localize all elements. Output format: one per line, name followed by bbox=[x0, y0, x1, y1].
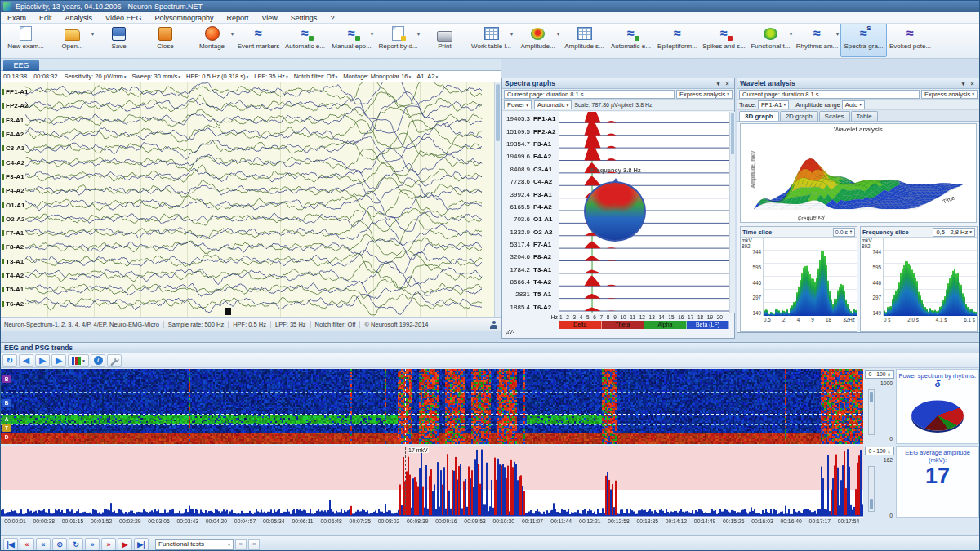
menu-item[interactable]: Analysis bbox=[59, 12, 100, 24]
legend-item[interactable]: Theta bbox=[602, 321, 644, 329]
playback-button[interactable]: » bbox=[101, 538, 116, 551]
menu-item[interactable]: View bbox=[255, 12, 283, 24]
eeg-info-item[interactable]: LPF: 35 Hz▾ bbox=[254, 73, 287, 80]
amplitude-range-dropdown[interactable]: Auto bbox=[842, 100, 865, 109]
eeg-info-item[interactable]: 00:08:32 bbox=[33, 73, 58, 80]
close-icon[interactable]: × bbox=[723, 79, 732, 87]
band-label[interactable]: A bbox=[2, 415, 11, 423]
toolbar-button[interactable]: Montage ▾ bbox=[189, 24, 235, 57]
playback-button[interactable]: « bbox=[36, 538, 51, 551]
eeg-info-item[interactable]: Montage: Monopolar 16▾ bbox=[343, 73, 411, 80]
eeg-channel-label[interactable]: F3-A1 bbox=[2, 113, 29, 127]
eeg-trace-area[interactable]: FP1-A1FP2-A2F3-A1F4-A2C3-A1C4-A2P3-A1P4-… bbox=[1, 82, 501, 317]
legend-item[interactable]: Alpha bbox=[644, 321, 687, 329]
toolbar-button[interactable]: Manual epo... ▾ bbox=[328, 24, 375, 57]
dock-button[interactable]: « bbox=[248, 539, 260, 550]
band-label[interactable]: B bbox=[2, 375, 11, 383]
panel-menu-button[interactable]: ▾ bbox=[959, 79, 968, 87]
toolbar-button[interactable]: Amplitude... ▾ bbox=[514, 24, 561, 57]
playback-button[interactable]: ▶| bbox=[134, 538, 149, 551]
playback-button[interactable]: » bbox=[85, 538, 100, 551]
toolbar-button[interactable]: Functional t... ▾ bbox=[747, 24, 794, 57]
spectra-row[interactable]: 15109.5 FP2-A2 bbox=[502, 124, 729, 136]
express-analysis-dropdown[interactable]: Express analysis bbox=[676, 90, 733, 99]
wavelet-tab[interactable]: 2D graph bbox=[780, 111, 818, 121]
toolbar-button[interactable]: Spikes and s... bbox=[701, 24, 747, 57]
toolbar-button[interactable]: Rhythms am... ▾ bbox=[794, 24, 840, 57]
scrollbar-thumb[interactable] bbox=[496, 84, 500, 141]
toolbar-button[interactable]: New exam... bbox=[2, 24, 49, 57]
eeg-channel-label[interactable]: C4-A2 bbox=[2, 155, 29, 169]
automatic-dropdown[interactable]: Automatic bbox=[534, 100, 572, 109]
brain-topography-map[interactable] bbox=[584, 181, 646, 242]
eeg-channel-label[interactable]: FP1-A1 bbox=[2, 85, 29, 99]
toolbar-button[interactable]: Open... ▾ bbox=[49, 24, 96, 57]
eeg-channel-label[interactable]: P4-A2 bbox=[2, 184, 29, 198]
eeg-scrollbar[interactable] bbox=[494, 82, 501, 317]
wavelet-tab[interactable]: 3D graph bbox=[739, 111, 779, 121]
spectra-row[interactable]: 19499.6 F4-A2 bbox=[502, 149, 729, 162]
eeg-channel-label[interactable]: O2-A2 bbox=[2, 212, 29, 226]
eeg-info-item[interactable]: Sensitivity: 20 µV/mm▾ bbox=[64, 73, 126, 80]
eeg-channel-label[interactable]: F8-A2 bbox=[2, 240, 29, 254]
dock-button[interactable]: » bbox=[235, 539, 247, 550]
toolbar-button[interactable]: Amplitude s... bbox=[561, 24, 608, 57]
eeg-channel-label[interactable]: F7-A1 bbox=[2, 226, 29, 240]
eeg-channel-label[interactable]: FP2-A2 bbox=[2, 99, 29, 113]
toolbar-button[interactable]: Close bbox=[142, 24, 189, 57]
spectro-scale-slider[interactable] bbox=[868, 389, 875, 435]
rhythm-symbol[interactable]: δ bbox=[897, 380, 978, 388]
toolbar-button[interactable]: Spectra gra... bbox=[840, 24, 887, 57]
eeg-info-item[interactable]: A1, A2▾ bbox=[416, 73, 438, 80]
playback-button[interactable]: ▶ bbox=[118, 538, 132, 551]
amplitude-trend-canvas[interactable] bbox=[1, 446, 863, 518]
menu-item[interactable]: ? bbox=[323, 12, 341, 24]
rhythm-spectrogram-canvas[interactable] bbox=[1, 369, 863, 444]
panel-menu-button[interactable]: ▾ bbox=[714, 79, 723, 87]
wavelet-tab[interactable]: Table bbox=[851, 111, 878, 121]
toolbar-button[interactable]: Evoked pote... bbox=[887, 24, 933, 57]
toolbar-button[interactable]: Automatic e... bbox=[608, 24, 654, 57]
spectra-row[interactable]: 8566.4 T4-A2 bbox=[502, 275, 729, 287]
frequency-slice-dropdown[interactable]: 0,5 - 2,8 Hz bbox=[933, 228, 975, 237]
eeg-channel-label[interactable]: F4-A2 bbox=[2, 127, 29, 141]
eeg-info-item[interactable]: 00:18:38 bbox=[3, 73, 28, 80]
playback-button[interactable]: « bbox=[20, 538, 34, 551]
amp-scale-slider[interactable] bbox=[868, 466, 875, 512]
eeg-channel-label[interactable]: T5-A1 bbox=[2, 282, 29, 296]
band-label[interactable]: D bbox=[2, 433, 11, 441]
eeg-channel-label[interactable]: T3-A1 bbox=[2, 255, 29, 269]
menu-item[interactable]: Edit bbox=[33, 12, 59, 24]
spectra-row[interactable]: 3204.6 F8-A2 bbox=[502, 250, 729, 262]
amp-range-spinner[interactable]: 0 - 100▲▼ bbox=[865, 447, 894, 455]
trends-toolbar-button[interactable]: ▶ bbox=[51, 354, 66, 367]
spectro-range-spinner[interactable]: 0 - 100▲▼ bbox=[865, 370, 894, 379]
wavelet-tab[interactable]: Scales bbox=[819, 111, 850, 121]
settings-wrench-button[interactable] bbox=[107, 354, 122, 367]
frequency-slice-canvas[interactable] bbox=[883, 238, 977, 316]
power-dropdown[interactable]: Power bbox=[504, 100, 532, 109]
legend-item[interactable]: Beta (LF) bbox=[687, 321, 729, 329]
toolbar-button[interactable]: Epileptiform... bbox=[654, 24, 701, 57]
toolbar-button[interactable]: Event markers bbox=[235, 24, 282, 57]
playback-button[interactable]: ⊙ bbox=[52, 538, 67, 551]
spectra-row[interactable]: 19354.7 F3-A1 bbox=[502, 137, 729, 149]
tab-eeg[interactable]: EEG bbox=[3, 60, 39, 71]
menu-item[interactable]: Settings bbox=[284, 12, 324, 24]
spectra-row[interactable]: 19405.3 FP1-A1 bbox=[502, 112, 729, 124]
eeg-channel-label[interactable]: O1-A1 bbox=[2, 198, 29, 211]
info-globe-button[interactable]: i bbox=[91, 354, 105, 367]
spectra-row[interactable]: 1885.4 T6-A2 bbox=[502, 300, 729, 312]
toolbar-button[interactable]: Automatic e... bbox=[282, 24, 328, 57]
menu-item[interactable]: Video EEG bbox=[99, 12, 148, 24]
spectra-row[interactable]: 2831 T5-A1 bbox=[502, 287, 729, 300]
eeg-info-item[interactable]: Notch filter: Off▾ bbox=[294, 73, 338, 80]
close-icon[interactable]: × bbox=[968, 79, 977, 87]
trend-mode-button[interactable]: ▾ bbox=[68, 354, 89, 367]
trends-toolbar-button[interactable]: ◀ bbox=[19, 354, 33, 367]
spectra-scrollbar[interactable] bbox=[729, 112, 735, 313]
toolbar-button[interactable]: Save bbox=[96, 24, 142, 57]
eeg-info-item[interactable]: HPF: 0.5 Hz (0.318 s)▾ bbox=[186, 73, 248, 80]
trace-dropdown[interactable]: FP1-A1 bbox=[758, 100, 789, 109]
playback-button[interactable]: ↻ bbox=[69, 538, 83, 551]
